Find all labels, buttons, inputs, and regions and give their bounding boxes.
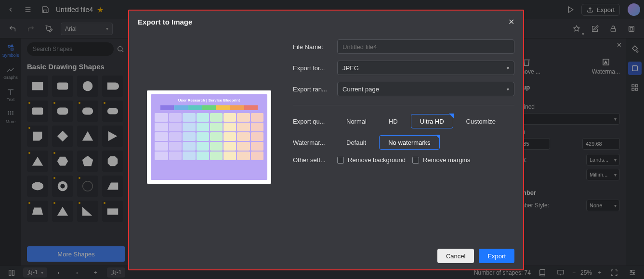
dialog-title: Export to Image — [138, 18, 192, 26]
watermark-none[interactable]: No watermarks — [379, 135, 439, 150]
export-preview: User Research | Service Blueprint — [138, 38, 280, 242]
filename-label: File Name: — [293, 43, 330, 51]
close-icon[interactable]: ✕ — [508, 17, 514, 26]
watermark-label: Watermar... — [293, 139, 330, 146]
quality-ultrahd[interactable]: Ultra HD — [411, 114, 453, 128]
range-label: Export ran... — [293, 86, 330, 93]
watermark-default[interactable]: Default — [337, 135, 375, 150]
remove-bg-checkbox[interactable]: Remove background — [337, 156, 406, 164]
modal-overlay: Export to Image ✕ User Research | Servic… — [0, 0, 644, 279]
cancel-button[interactable]: Cancel — [437, 249, 474, 263]
export-button[interactable]: Export — [479, 249, 514, 263]
range-select[interactable]: Current page▾ — [337, 82, 514, 96]
format-select[interactable]: JPEG▾ — [337, 61, 514, 75]
other-label: Other sett... — [293, 156, 330, 164]
quality-hd[interactable]: HD — [380, 114, 407, 128]
remove-margins-checkbox[interactable]: Remove margins — [412, 156, 470, 164]
quality-normal[interactable]: Normal — [337, 114, 376, 128]
quality-customize[interactable]: Customize — [457, 114, 505, 128]
range-value: Current page — [342, 86, 379, 93]
preview-title: User Research | Service Blueprint — [178, 98, 240, 102]
format-label: Export for... — [293, 64, 330, 72]
export-dialog: Export to Image ✕ User Research | Servic… — [128, 10, 524, 270]
format-value: JPEG — [342, 64, 359, 72]
filename-input[interactable] — [337, 39, 514, 54]
quality-label: Export qu... — [293, 118, 330, 125]
